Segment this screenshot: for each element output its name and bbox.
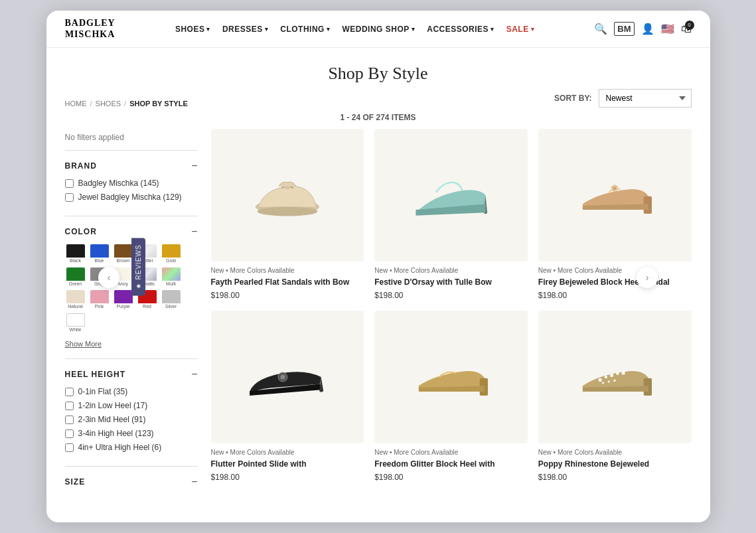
sort-select[interactable]: Newest Price Low to High Price High to L… [599, 89, 692, 108]
show-more-colors[interactable]: Show More [65, 340, 102, 348]
breadcrumb-home[interactable]: HOME [65, 100, 87, 108]
product-badge: New • More Colors Available [538, 267, 692, 274]
brand-filter-item[interactable]: Badgley Mischka (145) [65, 179, 198, 188]
nav-sale[interactable]: SALE ▾ [506, 25, 535, 34]
heel-checkbox-4[interactable] [65, 443, 74, 452]
user-icon[interactable]: 👤 [641, 23, 654, 35]
brand-logo[interactable]: BADGLEY MISCHKA [65, 18, 115, 40]
product-image [374, 311, 528, 443]
nav-links: SHOES ▾ DRESSES ▾ CLOTHING ▾ WEDDING SHO… [175, 25, 534, 34]
heel-filter-item[interactable]: 0-1in Flat (35) [65, 387, 198, 396]
chevron-down-icon: ▾ [491, 26, 494, 33]
items-count: 1 - 24 OF 274 ITEMS [46, 110, 710, 129]
svg-point-5 [613, 187, 617, 190]
heel-checkbox-2[interactable] [65, 416, 74, 424]
nav-accessories[interactable]: ACCESSORIES ▾ [427, 25, 494, 34]
brand-filter-header[interactable]: BRAND − [65, 160, 198, 172]
brand-collapse-icon: − [191, 160, 197, 172]
product-card[interactable]: New • More Colors AvailableFirey Bejewel… [538, 129, 692, 300]
chevron-down-icon: ▾ [327, 26, 331, 33]
page-header: Shop By Style [46, 48, 710, 89]
heel-filter-item[interactable]: 2-3in Mid Heel (91) [65, 415, 198, 424]
color-swatch-brown[interactable]: Brown [113, 244, 134, 265]
product-price: $198.00 [211, 291, 364, 300]
heel-filter-item[interactable]: 4in+ Ultra High Heel (6) [65, 443, 198, 452]
sort-bar: SORT BY: Newest Price Low to High Price … [554, 89, 691, 108]
flag-icon[interactable]: 🇺🇸 [661, 23, 674, 35]
product-price: $198.00 [538, 291, 692, 300]
chevron-down-icon: ▾ [265, 26, 269, 33]
color-swatch-white[interactable]: White [65, 313, 86, 334]
nav-wedding[interactable]: WEDDING SHOP ▾ [342, 25, 415, 34]
heel-filter-title: HEEL HEIGHT [65, 370, 125, 379]
heel-checkbox-0[interactable] [65, 388, 74, 396]
brand-filter-item[interactable]: Jewel Badgley Mischka (129) [65, 192, 198, 202]
svg-point-13 [616, 372, 619, 374]
product-name: Poppy Rhinestone Bejeweled [538, 459, 692, 470]
product-price: $198.00 [374, 473, 528, 482]
color-swatch-blue[interactable]: Blue [89, 244, 110, 265]
size-filter-header[interactable]: SIZE − [65, 476, 198, 488]
product-card[interactable]: New • More Colors AvailableFreedom Glitt… [374, 311, 528, 482]
size-collapse-icon: − [191, 476, 197, 488]
brand-filter-title: BRAND [65, 161, 97, 171]
product-name: Festive D'Orsay with Tulle Bow [374, 277, 528, 288]
breadcrumb-shoes[interactable]: SHOES [96, 100, 121, 108]
product-card[interactable]: New • More Colors AvailablePoppy Rhinest… [538, 311, 692, 482]
cart-icon[interactable]: 🛍 0 [681, 23, 692, 35]
brand-filter-section: BRAND − Badgley Mischka (145) Jewel Badg… [65, 150, 198, 216]
heel-checkbox-3[interactable] [65, 429, 74, 438]
search-icon[interactable]: 🔍 [594, 23, 607, 35]
svg-point-11 [605, 376, 607, 378]
chevron-left-icon: ‹ [108, 272, 111, 283]
product-card[interactable]: New • More Colors AvailableFayth Pearled… [211, 129, 364, 300]
color-swatch-black[interactable]: Black [65, 244, 86, 265]
product-image [211, 129, 364, 262]
size-filter-title: SIZE [65, 477, 86, 487]
product-badge: New • More Colors Available [538, 449, 692, 456]
heel-collapse-icon: − [191, 368, 197, 380]
heel-filter-item[interactable]: 1-2in Low Heel (17) [65, 401, 198, 410]
product-image [374, 129, 528, 262]
reviews-tab[interactable]: ★ REVIEWS [131, 238, 145, 295]
nav-icons: 🔍 BM 👤 🇺🇸 🛍 0 [594, 22, 691, 36]
color-swatch-natural[interactable]: Natural [65, 290, 86, 311]
star-icon: ★ [135, 282, 142, 289]
brand-checkbox-1[interactable] [65, 193, 74, 202]
color-swatch-green[interactable]: Green [65, 267, 86, 288]
svg-point-7 [280, 374, 285, 379]
heel-filter-item[interactable]: 3-4in High Heel (123) [65, 429, 198, 438]
product-card[interactable]: New • More Colors AvailableFestive D'Ors… [374, 129, 528, 300]
breadcrumb: HOME / SHOES / SHOP BY STYLE [65, 100, 188, 108]
product-image [538, 129, 692, 262]
svg-point-14 [622, 371, 625, 374]
nav-clothing[interactable]: CLOTHING ▾ [280, 25, 330, 34]
color-swatch-gold[interactable]: Gold [161, 244, 182, 265]
heel-filter-header[interactable]: HEEL HEIGHT − [65, 368, 198, 380]
chevron-down-icon: ▾ [412, 26, 416, 33]
product-name: Fayth Pearled Flat Sandals with Bow [211, 277, 364, 288]
product-card[interactable]: New • More Colors AvailableFlutter Point… [211, 311, 364, 482]
color-filter-header[interactable]: COLOR − [65, 226, 198, 238]
product-price: $198.00 [374, 291, 528, 300]
svg-point-15 [602, 382, 605, 384]
color-swatch-silver[interactable]: Silver [161, 290, 182, 311]
navigation-bar: BADGLEY MISCHKA SHOES ▾ DRESSES ▾ CLOTHI… [46, 11, 710, 48]
brand-checkbox-0[interactable] [65, 179, 74, 188]
sort-label: SORT BY: [554, 94, 591, 103]
product-name: Freedom Glitter Block Heel with [374, 459, 528, 470]
svg-point-2 [257, 207, 317, 216]
svg-point-12 [610, 374, 613, 377]
color-swatch-multi[interactable]: Multi [161, 267, 182, 288]
carousel-right-arrow[interactable]: › [637, 267, 658, 288]
product-price: $198.00 [538, 473, 692, 482]
carousel-left-arrow[interactable]: ‹ [98, 267, 119, 288]
chevron-right-icon: › [646, 272, 649, 283]
heel-checkbox-1[interactable] [65, 402, 74, 410]
nav-shoes[interactable]: SHOES ▾ [175, 25, 210, 34]
color-swatch-pink[interactable]: Pink [89, 290, 110, 311]
nav-dresses[interactable]: DRESSES ▾ [222, 25, 268, 34]
color-swatch-purple[interactable]: Purple [113, 290, 134, 311]
breadcrumb-current: SHOP BY STYLE [129, 100, 188, 108]
account-icon[interactable]: BM [614, 22, 634, 36]
